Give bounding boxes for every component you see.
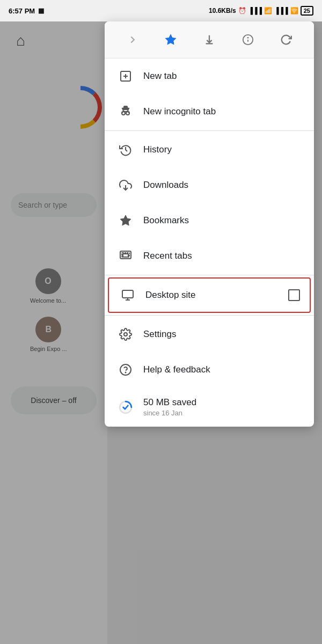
- forward-button[interactable]: [122, 29, 143, 50]
- sim-icon: ▦: [38, 7, 44, 14]
- svg-marker-0: [166, 35, 175, 44]
- wifi-icon: 📶: [264, 7, 272, 14]
- network-icon: ▐▐▐: [248, 7, 262, 14]
- recent-tabs-item[interactable]: Recent tabs: [105, 238, 314, 274]
- battery-icon: 25: [301, 6, 313, 16]
- new-tab-icon: [118, 68, 134, 84]
- help-feedback-label: Help & feedback: [143, 364, 210, 375]
- bookmarks-icon: [118, 213, 134, 229]
- incognito-icon: [118, 104, 134, 120]
- incognito-label: New incognito tab: [143, 106, 216, 117]
- status-bar: 6:57 PM ▦ 10.6KB/s ⏰ ▐▐▐ 📶 ▐▐▐ 🛜 25: [0, 0, 322, 21]
- desktop-site-item[interactable]: Desktop site: [108, 277, 311, 313]
- status-left: 6:57 PM ▦: [9, 7, 44, 15]
- saved-data-sublabel: since 16 Jan: [143, 409, 196, 417]
- bookmarks-label: Bookmarks: [143, 215, 189, 226]
- svg-line-12: [128, 112, 129, 113]
- desktop-site-icon: [120, 287, 136, 303]
- refresh-button[interactable]: [275, 29, 297, 50]
- svg-rect-19: [123, 254, 128, 257]
- dropdown-menu: New tab New incognito tab: [105, 21, 314, 427]
- history-label: History: [143, 144, 172, 155]
- desktop-site-checkbox[interactable]: [288, 289, 300, 301]
- help-icon: [118, 362, 134, 378]
- saved-data-item[interactable]: 50 MB saved since 16 Jan: [105, 387, 314, 427]
- downloads-label: Downloads: [143, 180, 188, 191]
- new-tab-label: New tab: [143, 71, 177, 82]
- settings-item[interactable]: Settings: [105, 317, 314, 352]
- alarm-icon: ⏰: [238, 7, 246, 14]
- wifi3-icon: 🛜: [290, 7, 298, 14]
- recent-tabs-label: Recent tabs: [143, 251, 192, 261]
- desktop-site-label: Desktop site: [145, 290, 196, 301]
- divider-2: [105, 275, 314, 275]
- recent-tabs-icon: [118, 248, 134, 264]
- downloads-icon: [118, 177, 134, 193]
- settings-icon: [118, 326, 134, 342]
- bookmark-button[interactable]: [160, 29, 181, 50]
- new-tab-item[interactable]: New tab: [105, 58, 314, 94]
- menu-toolbar: [105, 21, 314, 58]
- divider-1: [105, 130, 314, 131]
- savings-icon: [118, 399, 134, 415]
- time: 6:57 PM: [9, 7, 35, 15]
- svg-point-23: [124, 333, 127, 336]
- info-button[interactable]: [237, 29, 259, 50]
- help-feedback-item[interactable]: Help & feedback: [105, 352, 314, 387]
- download-button[interactable]: [199, 29, 220, 50]
- svg-marker-16: [120, 215, 131, 225]
- history-icon: [118, 142, 134, 158]
- bookmarks-item[interactable]: Bookmarks: [105, 203, 314, 238]
- svg-line-11: [122, 112, 123, 113]
- divider-3: [105, 315, 314, 316]
- data-speed: 10.6KB/s: [209, 7, 236, 14]
- incognito-item[interactable]: New incognito tab: [105, 94, 314, 129]
- saved-data-text: 50 MB saved since 16 Jan: [143, 397, 196, 417]
- wifi2-icon: ▐▐▐: [274, 7, 288, 14]
- svg-rect-20: [122, 290, 133, 298]
- downloads-item[interactable]: Downloads: [105, 167, 314, 203]
- status-right: 10.6KB/s ⏰ ▐▐▐ 📶 ▐▐▐ 🛜 25: [209, 6, 313, 16]
- saved-data-label: 50 MB saved: [143, 397, 196, 408]
- settings-label: Settings: [143, 329, 176, 340]
- history-item[interactable]: History: [105, 132, 314, 167]
